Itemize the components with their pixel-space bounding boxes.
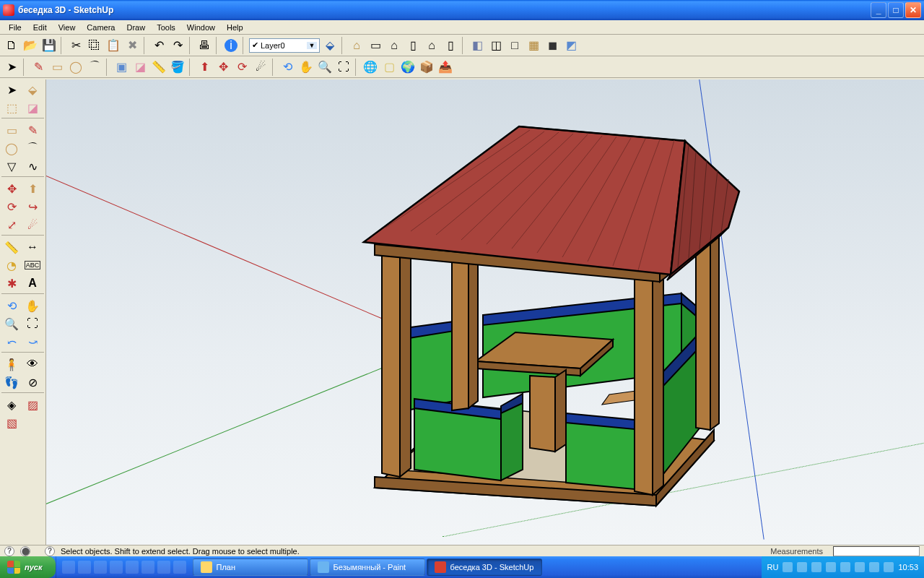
axes-tool[interactable]: ✱	[1, 275, 22, 292]
next-view-tool[interactable]: ⤻	[22, 333, 43, 350]
save-button[interactable]: 💾	[40, 37, 58, 54]
quicklaunch-item[interactable]	[94, 561, 107, 574]
previous-view-tool[interactable]: ⤺	[1, 333, 22, 350]
tray-icon[interactable]	[826, 562, 836, 572]
eraser-tool[interactable]: ◪	[22, 99, 43, 116]
position-camera-tool[interactable]: 🧍	[1, 355, 22, 373]
zoom-side-tool[interactable]: 🔍	[1, 315, 22, 332]
look-around-tool[interactable]: 👁	[22, 355, 43, 373]
quicklaunch-item[interactable]	[173, 561, 186, 574]
view-iso-button[interactable]: ⌂	[348, 37, 365, 54]
style-xray-button[interactable]: ◩	[562, 37, 580, 54]
rectangle-tool[interactable]: ▭	[1, 121, 22, 139]
undo-button[interactable]: ↶	[150, 37, 167, 54]
tips-icon[interactable]: ⬤	[20, 546, 30, 556]
redo-button[interactable]: ↷	[169, 37, 186, 54]
pan-tool-button[interactable]: ✋	[297, 59, 315, 76]
quicklaunch-item[interactable]	[110, 561, 123, 574]
tray-icon[interactable]	[840, 562, 850, 572]
view-front-button[interactable]: ⌂	[385, 37, 403, 54]
cut-button[interactable]: ✂	[67, 37, 84, 54]
menu-help[interactable]: Help	[221, 22, 249, 33]
menu-view[interactable]: View	[53, 22, 82, 33]
tray-icon[interactable]	[869, 562, 879, 572]
circle-tool-button[interactable]: ◯	[67, 59, 84, 76]
language-indicator[interactable]: RU	[767, 563, 779, 571]
make-component-button[interactable]: ▣	[113, 59, 130, 76]
tray-icon[interactable]	[884, 562, 894, 572]
zoom-window-tool[interactable]: ⛶	[22, 315, 43, 332]
paste-button[interactable]: 📋	[105, 37, 122, 54]
maximize-button[interactable]: □	[888, 2, 904, 18]
paint-tool-button[interactable]: 🪣	[169, 59, 186, 76]
copy-button[interactable]: ⿻	[86, 37, 103, 54]
move-tool-button[interactable]: ✥	[214, 59, 232, 76]
clock[interactable]: 10:53	[898, 563, 918, 571]
protractor-tool[interactable]: ◔	[1, 256, 22, 274]
pan-tool[interactable]: ✋	[22, 297, 43, 314]
gazebo-3d-model[interactable]	[313, 87, 761, 535]
share-model-button[interactable]: 📤	[437, 59, 454, 76]
instructor-icon[interactable]: ?	[45, 546, 55, 556]
quicklaunch-item[interactable]	[141, 561, 154, 574]
style-mono-button[interactable]: ◼	[544, 37, 561, 54]
print-button[interactable]: 🖶	[196, 37, 213, 54]
menu-camera[interactable]: Camera	[81, 22, 121, 33]
model-info-button[interactable]: i	[222, 37, 240, 54]
taskbar-item-plan[interactable]: План	[193, 558, 308, 576]
display-section-cuts[interactable]: ▨	[22, 396, 43, 413]
scale-tool[interactable]: ⤢	[1, 216, 22, 233]
close-button[interactable]: ✕	[905, 2, 921, 18]
orbit-tool[interactable]: ⟲	[1, 297, 22, 314]
style-wireframe-button[interactable]: ◫	[487, 37, 505, 54]
pushpull-tool[interactable]: ⬆	[22, 180, 43, 197]
followme-tool[interactable]: ↪	[22, 198, 43, 215]
google-earth-button[interactable]: 🌍	[399, 59, 417, 76]
open-file-button[interactable]: 📂	[22, 37, 39, 54]
section-tool[interactable]: ⊘	[22, 374, 43, 391]
menu-file[interactable]: File	[3, 22, 27, 33]
menu-draw[interactable]: Draw	[121, 22, 151, 33]
new-file-button[interactable]: 🗋	[3, 37, 20, 54]
start-button[interactable]: пуск	[0, 556, 56, 578]
measurements-input[interactable]	[833, 546, 920, 556]
quicklaunch-item[interactable]	[62, 561, 75, 574]
get-location-button[interactable]: 🌐	[362, 59, 379, 76]
arc-tool-button[interactable]: ⌒	[86, 59, 103, 76]
layer-combo[interactable]: ✔ Layer0 ▼	[249, 38, 320, 53]
3d-viewport[interactable]	[46, 79, 924, 545]
text-tool[interactable]: ABC	[22, 256, 43, 274]
menu-window[interactable]: Window	[181, 22, 221, 33]
tray-icon[interactable]	[855, 562, 865, 572]
tray-icon[interactable]	[811, 562, 821, 572]
select-tool[interactable]: ➤	[1, 81, 22, 98]
tape-tool-button[interactable]: 📏	[150, 59, 167, 76]
style-hidden-button[interactable]: □	[506, 37, 523, 54]
offset-tool-button[interactable]: ☄	[252, 59, 269, 76]
paint-bucket-tool[interactable]: ⬙	[22, 81, 43, 98]
arc-tool[interactable]: ⌒	[22, 139, 43, 157]
tape-measure-tool[interactable]: 📏	[1, 238, 22, 256]
line-tool[interactable]: ✎	[22, 121, 43, 139]
style-shaded-button[interactable]: ◧	[468, 37, 486, 54]
rectangle-tool-button[interactable]: ▭	[48, 59, 66, 76]
rotate-tool-button[interactable]: ⟳	[233, 59, 250, 76]
style-texture-button[interactable]: ▦	[525, 37, 542, 54]
zoom-tool-button[interactable]: 🔍	[316, 59, 334, 76]
get-models-button[interactable]: 📦	[418, 59, 435, 76]
display-section-planes[interactable]: ◈	[1, 396, 22, 413]
rotate-tool[interactable]: ⟳	[1, 198, 22, 215]
walk-tool[interactable]: 👣	[1, 374, 22, 391]
taskbar-item-paint[interactable]: Безымянный - Paint	[310, 558, 425, 576]
view-top-button[interactable]: ▭	[367, 37, 384, 54]
select-tool-button[interactable]: ➤	[3, 59, 20, 76]
component-tool[interactable]: ⬚	[1, 99, 22, 116]
layer-manager-button[interactable]: ⬙	[321, 37, 339, 54]
circle-tool[interactable]: ◯	[1, 139, 22, 157]
3dtext-tool[interactable]: A	[22, 275, 43, 292]
line-tool-button[interactable]: ✎	[30, 59, 47, 76]
toggle-terrain-button[interactable]: ▢	[380, 59, 398, 76]
orbit-tool-button[interactable]: ⟲	[279, 59, 296, 76]
polygon-tool[interactable]: ▽	[1, 158, 22, 175]
menu-tools[interactable]: Tools	[151, 22, 181, 33]
